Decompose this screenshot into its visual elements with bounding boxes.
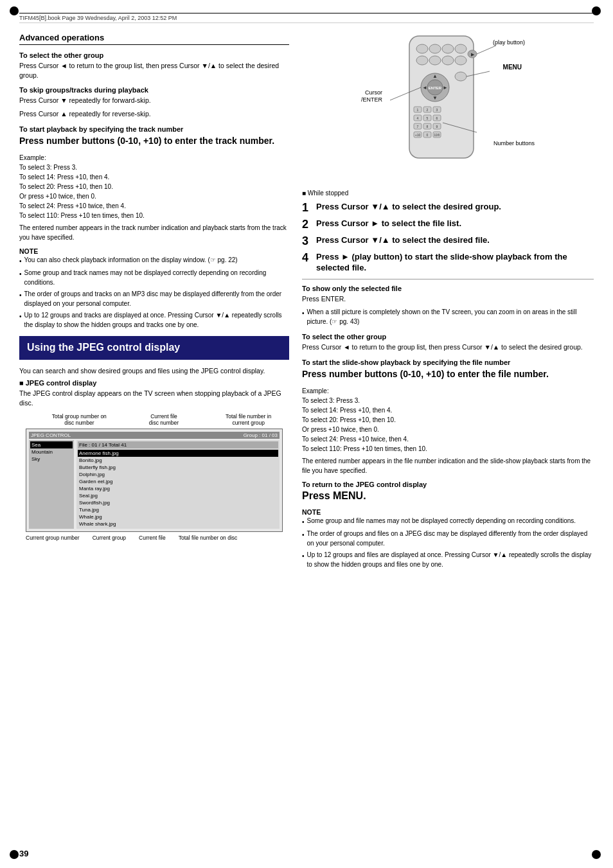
svg-text:►: ► — [443, 85, 448, 91]
screen-file-header: File : 01 / 14 Total 41 — [78, 441, 278, 448]
header-text: TIFM45[B].book Page 39 Wednesday, April … — [19, 15, 177, 21]
right-select-group-title: To select the other group — [302, 333, 594, 341]
screen-file-item-1[interactable]: Bonito.jpg — [78, 457, 278, 464]
note-box-right: NOTE • Some group and file names may not… — [302, 508, 594, 569]
svg-point-6 — [429, 56, 441, 65]
svg-text:10/0: 10/0 — [434, 134, 440, 137]
example2-line-3: Or press +10 twice, then 0. — [302, 425, 594, 434]
label-total-group: Total group number ondisc number — [39, 413, 120, 426]
example-line-4: To select 24: Press +10 twice, then 4. — [19, 201, 289, 211]
svg-text:▼: ▼ — [432, 95, 438, 101]
steps-container: 1 Press Cursor ▼/▲ to select the desired… — [302, 202, 594, 274]
jpeg-box-title: Using the JPEG control display — [27, 341, 281, 355]
jpeg-control-box: Using the JPEG control display — [19, 336, 289, 360]
left-column: Advanced operations To select the other … — [19, 33, 289, 576]
skip-groups-line1: Press Cursor ▼ repeatedly for forward-sk… — [19, 96, 289, 105]
label-cursor-enter: Cursor /ENTER — [361, 89, 382, 103]
bullet-dot: • — [19, 269, 22, 279]
bottom-label-current-group-text: Current group — [93, 535, 126, 541]
screen-file-item-8[interactable]: Tuna.jpg — [78, 506, 278, 513]
screen-file-item-0[interactable]: Anemone fish.jpg — [78, 450, 278, 457]
step-num-2: 2 — [302, 218, 312, 230]
svg-point-7 — [442, 56, 454, 65]
svg-point-11 — [455, 72, 466, 81]
example2-line-1: To select 14: Press +10, then 4. — [302, 405, 594, 415]
bullet-dot: • — [19, 256, 22, 266]
screen-body: Sea Mountain Sky File : 01 / 14 Total 41… — [29, 440, 280, 529]
right-column: ▶ ENTER ▲ ▼ ◄ ► — [302, 33, 594, 576]
svg-line-43 — [477, 46, 496, 54]
svg-text:5: 5 — [427, 116, 429, 120]
note2-bullet-1: • The order of groups and files on a JPE… — [302, 529, 594, 548]
example-line-3: Or press +10 twice, then 0. — [19, 191, 289, 201]
step-text-3: Press Cursor ▼/▲ to select the desired f… — [316, 235, 490, 246]
bottom-label-group-number: Current group number — [26, 535, 80, 541]
content-area: Advanced operations To select the other … — [19, 33, 594, 576]
example2-line-5: To select 110: Press +10 ten times, then… — [302, 444, 594, 454]
svg-point-8 — [455, 56, 466, 65]
track-number-large: Press number buttons (0-10, +10) to ente… — [19, 135, 289, 146]
show-only-bullet: • When a still picture is completely sho… — [302, 307, 594, 326]
bottom-label-group-num: Current group number — [26, 535, 80, 541]
example-line-5: To select 110: Press +10 ten times, then… — [19, 211, 289, 220]
screen-group-indicator: Group : 01 / 03 — [244, 432, 278, 438]
bottom-label-current-group: Current group — [93, 535, 126, 541]
svg-text:◄: ◄ — [422, 85, 427, 91]
example2-line-6: The entered number appears in the file n… — [302, 456, 594, 475]
screen-file-item-4[interactable]: Garden eel.jpg — [78, 478, 278, 485]
step-text-2: Press Cursor ► to select the file list. — [316, 218, 461, 229]
corner-decoration-br — [592, 850, 603, 862]
svg-text:1: 1 — [417, 108, 419, 112]
diagram-screen: JPEG CONTROL Group : 01 / 03 Sea Mountai… — [26, 429, 283, 532]
bottom-label-total-file-text: Total file number on disc — [179, 535, 238, 541]
note-bullet-1-left: • Some group and track names may not be … — [19, 268, 289, 287]
bullet-dot: • — [19, 312, 22, 321]
svg-text:6: 6 — [436, 116, 438, 120]
screen-files: File : 01 / 14 Total 41 Anemone fish.jpg… — [76, 440, 280, 529]
track-number-subtitle: To start playback by specifying the trac… — [19, 125, 289, 133]
note2-bullet-2: • Up to 12 groups and files are displaye… — [302, 550, 594, 569]
step-text-1: Press Cursor ▼/▲ to select the desired g… — [316, 202, 501, 213]
label-play-button: (play button) — [493, 39, 525, 46]
note-bullet-2-left: • The order of groups and tracks on an M… — [19, 289, 289, 308]
svg-text:▲: ▲ — [432, 73, 438, 79]
show-only-title: To show only the selected file — [302, 285, 594, 292]
screen-file-item-6[interactable]: Seal.jpg — [78, 492, 278, 499]
label-total-file: Total file number incurrent group — [208, 413, 289, 426]
step-2: 2 Press Cursor ► to select the file list… — [302, 218, 594, 230]
note-title-left: NOTE — [19, 247, 289, 255]
show-only-bullet-item: • When a still picture is completely sho… — [302, 307, 594, 326]
select-group-text: Press Cursor ◄ to return to the group li… — [19, 61, 289, 80]
screen-file-item-9[interactable]: Whale.jpg — [78, 513, 278, 520]
screen-file-item-10[interactable]: Whale shark.jpg — [78, 520, 278, 527]
corner-decoration-tl — [10, 6, 21, 18]
screen-group-item-2[interactable]: Sky — [30, 456, 73, 463]
step-4: 4 Press ► (play button) to start the sli… — [302, 252, 594, 274]
step-3: 3 Press Cursor ▼/▲ to select the desired… — [302, 235, 594, 247]
corner-decoration-tr — [592, 6, 603, 18]
svg-point-1 — [416, 44, 428, 53]
screen-file-item-5[interactable]: Manta ray.jpg — [78, 485, 278, 492]
screen-group-item-0[interactable]: Sea — [30, 441, 73, 448]
screen-file-item-2[interactable]: Butterfly fish.jpg — [78, 464, 278, 471]
page-header: TIFM45[B].book Page 39 Wednesday, April … — [19, 13, 594, 23]
step-num-4: 4 — [302, 252, 312, 263]
screen-file-item-7[interactable]: Swordfish.jpg — [78, 499, 278, 506]
bottom-label-current-file: Current file — [139, 535, 166, 541]
jpeg-control-subtitle: ■ JPEG control display — [19, 379, 289, 387]
screen-file-item-3[interactable]: Dolphin.jpg — [78, 471, 278, 478]
example-line-1: To select 14: Press +10, then 4. — [19, 172, 289, 182]
screen-group-item-1[interactable]: Mountain — [30, 448, 73, 456]
example-line-6: The entered number appears in the track … — [19, 223, 289, 242]
remote-svg: ▶ ENTER ▲ ▼ ◄ ► — [377, 33, 506, 181]
bottom-label-current-file-text: Current file — [139, 535, 166, 541]
example-block-right: Example: To select 3: Press 3. To select… — [302, 386, 594, 475]
return-jpeg-title: To return to the JPEG control display — [302, 481, 594, 488]
section-heading: Advanced operations — [19, 33, 289, 45]
svg-point-3 — [442, 44, 454, 53]
slideshow-large: Press number buttons (0-10, +10) to ente… — [302, 368, 594, 380]
step-num-1: 1 — [302, 202, 312, 213]
svg-point-2 — [429, 44, 441, 53]
right-select-group: To select the other group Press Cursor ◄… — [302, 333, 594, 352]
svg-text:2: 2 — [427, 108, 429, 112]
